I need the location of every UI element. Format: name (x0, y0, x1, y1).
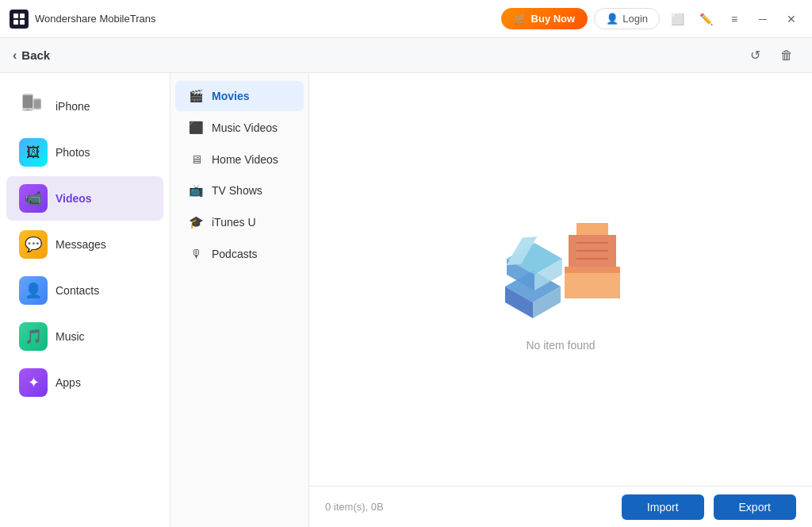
sidebar-item-iphone[interactable]: iPhone (6, 84, 163, 129)
sub-label-itunes-u: iTunes U (212, 216, 256, 229)
bookmark-button[interactable]: ⬜ (666, 8, 688, 30)
sub-item-itunes-u[interactable]: 🎓 iTunes U (175, 207, 304, 237)
buy-now-button[interactable]: 🛒 Buy Now (501, 8, 588, 29)
sidebar-item-videos[interactable]: 📹 Videos (6, 176, 163, 221)
app-logo (10, 10, 29, 29)
videos-icon: 📹 (19, 184, 48, 213)
music-icon: 🎵 (19, 322, 48, 351)
svg-marker-16 (576, 223, 608, 235)
svg-rect-2 (13, 20, 18, 25)
login-button[interactable]: 👤 Login (594, 8, 660, 29)
itunes-u-icon: 🎓 (188, 215, 204, 229)
empty-illustration (497, 207, 624, 326)
svg-rect-8 (34, 100, 40, 108)
music-videos-icon: ⬛ (188, 121, 204, 135)
sidebar-label-iphone: iPhone (56, 100, 90, 113)
movies-icon: 🎬 (188, 89, 204, 103)
sidebar-item-messages[interactable]: 💬 Messages (6, 222, 163, 267)
sub-label-music-videos: Music Videos (212, 121, 278, 134)
delete-button[interactable]: 🗑 (774, 43, 799, 68)
sidebar: iPhone 🖼 Photos 📹 Videos 💬 Messages (0, 73, 170, 527)
sidebar-label-apps: Apps (56, 376, 81, 389)
back-button[interactable]: ‹ Back (13, 48, 50, 63)
edit-button[interactable]: ✏️ (695, 8, 717, 30)
backbar: ‹ Back ↺ 🗑 (0, 38, 812, 73)
home-videos-icon: 🖥 (188, 152, 204, 166)
sidebar-item-apps[interactable]: ✦ Apps (6, 360, 163, 405)
svg-rect-22 (565, 267, 620, 273)
content-area: No item found 0 item(s), 0B Import Expor… (309, 73, 812, 527)
backbar-actions: ↺ 🗑 (742, 43, 799, 68)
sub-item-movies[interactable]: 🎬 Movies (175, 81, 304, 111)
tv-shows-icon: 📺 (188, 183, 204, 198)
content-body: No item found (309, 73, 812, 486)
content-footer: 0 item(s), 0B Import Export (309, 486, 812, 527)
sidebar-label-videos: Videos (56, 192, 92, 205)
podcasts-icon: 🎙 (188, 247, 204, 260)
import-button[interactable]: Import (622, 494, 704, 520)
titlebar-actions: 🛒 Buy Now 👤 Login ⬜ ✏️ ≡ ─ ✕ (501, 8, 802, 30)
sub-item-tv-shows[interactable]: 📺 TV Shows (175, 175, 304, 206)
photos-icon: 🖼 (19, 138, 48, 167)
contacts-icon: 👤 (19, 276, 48, 305)
svg-rect-6 (26, 109, 29, 110)
iphone-device-icon (19, 92, 48, 121)
svg-rect-5 (23, 95, 33, 108)
sub-label-movies: Movies (212, 90, 249, 102)
footer-info: 0 item(s), 0B (325, 501, 384, 513)
svg-rect-3 (20, 20, 25, 25)
sub-item-home-videos[interactable]: 🖥 Home Videos (175, 144, 304, 174)
sidebar-item-music[interactable]: 🎵 Music (6, 314, 163, 359)
user-icon: 👤 (606, 13, 619, 25)
minimize-button[interactable]: ─ (752, 8, 774, 30)
sub-label-home-videos: Home Videos (212, 153, 278, 166)
footer-actions: Import Export (622, 494, 796, 520)
main-layout: iPhone 🖼 Photos 📹 Videos 💬 Messages (0, 73, 812, 527)
titlebar: Wondershare MobileTrans 🛒 Buy Now 👤 Logi… (0, 0, 812, 38)
sidebar-label-messages: Messages (56, 238, 106, 251)
sub-label-tv-shows: TV Shows (212, 184, 262, 197)
messages-icon: 💬 (19, 230, 48, 259)
chevron-left-icon: ‹ (13, 48, 17, 63)
apps-icon: ✦ (19, 368, 48, 397)
close-button[interactable]: ✕ (780, 8, 802, 30)
svg-rect-0 (13, 13, 18, 18)
refresh-button[interactable]: ↺ (742, 43, 768, 68)
sidebar-item-photos[interactable]: 🖼 Photos (6, 130, 163, 175)
sub-item-podcasts[interactable]: 🎙 Podcasts (175, 239, 304, 268)
menu-button[interactable]: ≡ (723, 8, 745, 30)
sidebar-label-photos: Photos (56, 146, 90, 159)
sidebar-item-contacts[interactable]: 👤 Contacts (6, 268, 163, 313)
sidebar-label-music: Music (56, 330, 85, 343)
cart-icon: 🛒 (514, 13, 527, 25)
app-name: Wondershare MobileTrans (35, 13, 501, 25)
svg-rect-1 (20, 13, 25, 18)
sidebar-label-contacts: Contacts (56, 284, 99, 297)
export-button[interactable]: Export (714, 494, 796, 520)
empty-message: No item found (526, 339, 595, 352)
sub-label-podcasts: Podcasts (212, 248, 258, 260)
sub-sidebar: 🎬 Movies ⬛ Music Videos 🖥 Home Videos 📺 … (170, 73, 309, 527)
sub-item-music-videos[interactable]: ⬛ Music Videos (175, 113, 304, 143)
